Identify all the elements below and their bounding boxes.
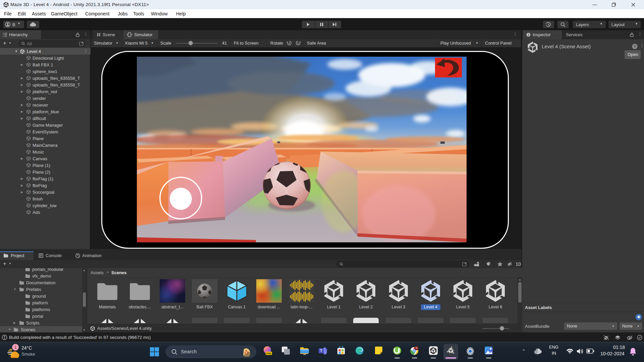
svg-text:?: ? <box>634 45 636 49</box>
svg-text:PRE: PRE <box>266 352 271 355</box>
svg-text:T: T <box>320 349 322 353</box>
